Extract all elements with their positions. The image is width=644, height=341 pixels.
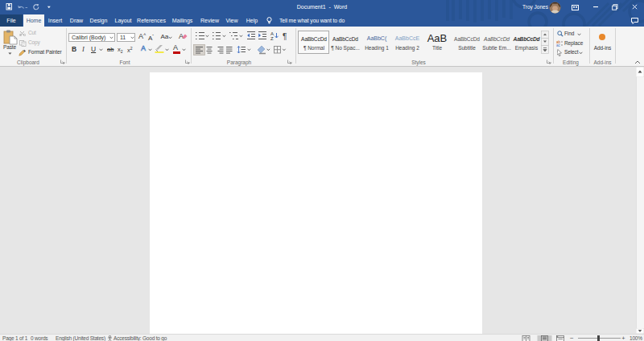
svg-text:Z: Z — [270, 36, 274, 41]
svg-text:ac: ac — [556, 43, 561, 47]
svg-text:¶: ¶ — [283, 32, 287, 41]
